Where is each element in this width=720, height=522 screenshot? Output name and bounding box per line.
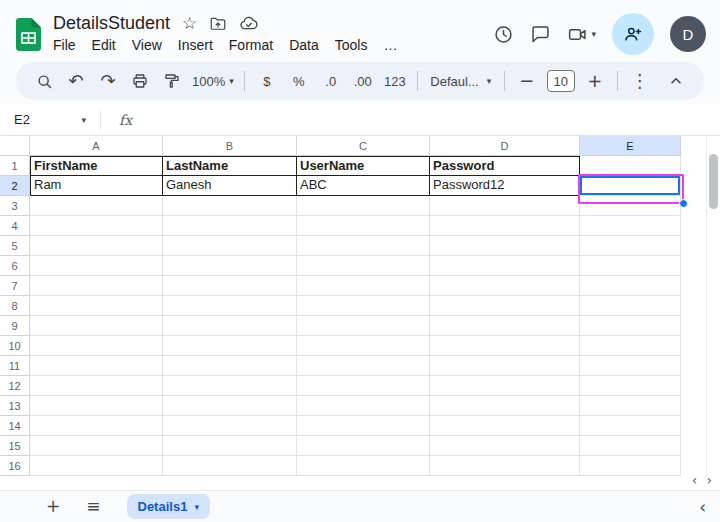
cell-A15[interactable] bbox=[30, 436, 163, 456]
cell-C7[interactable] bbox=[297, 276, 430, 296]
menu-view[interactable]: View bbox=[124, 35, 170, 55]
print-button[interactable] bbox=[124, 68, 156, 94]
cell-B13[interactable] bbox=[163, 396, 297, 416]
menu-tools[interactable]: Tools bbox=[327, 35, 376, 55]
currency-format-button[interactable]: $ bbox=[251, 68, 283, 94]
cell-B11[interactable] bbox=[163, 356, 297, 376]
cell-C12[interactable] bbox=[297, 376, 430, 396]
cell-D16[interactable] bbox=[430, 456, 580, 476]
cell-C9[interactable] bbox=[297, 316, 430, 336]
cell-D1[interactable]: Password bbox=[430, 156, 580, 176]
increase-font-size-button[interactable]: + bbox=[579, 68, 611, 94]
undo-button[interactable]: ↶ bbox=[60, 68, 92, 94]
cell-C3[interactable] bbox=[297, 196, 430, 216]
cell-E16[interactable] bbox=[580, 456, 681, 476]
cell-A11[interactable] bbox=[30, 356, 163, 376]
cell-D10[interactable] bbox=[430, 336, 580, 356]
cell-E14[interactable] bbox=[580, 416, 681, 436]
cell-D12[interactable] bbox=[430, 376, 580, 396]
column-header-B[interactable]: B bbox=[163, 136, 297, 156]
scroll-left-icon[interactable]: ‹ bbox=[692, 473, 698, 487]
document-title[interactable]: DetailsStudent bbox=[53, 13, 170, 34]
cell-C14[interactable] bbox=[297, 416, 430, 436]
move-folder-icon[interactable] bbox=[209, 15, 227, 33]
cell-E11[interactable] bbox=[580, 356, 681, 376]
cell-A4[interactable] bbox=[30, 216, 163, 236]
cell-A13[interactable] bbox=[30, 396, 163, 416]
meet-camera-control[interactable]: ▾ bbox=[567, 24, 596, 45]
cell-E13[interactable] bbox=[580, 396, 681, 416]
cell-D4[interactable] bbox=[430, 216, 580, 236]
row-header-8[interactable]: 8 bbox=[0, 296, 30, 316]
version-history-icon[interactable] bbox=[493, 24, 514, 45]
menu-format[interactable]: Format bbox=[221, 35, 281, 55]
cell-D14[interactable] bbox=[430, 416, 580, 436]
cell-E3[interactable] bbox=[580, 196, 681, 216]
row-header-4[interactable]: 4 bbox=[0, 216, 30, 236]
cell-C6[interactable] bbox=[297, 256, 430, 276]
cell-E8[interactable] bbox=[580, 296, 681, 316]
cell-C11[interactable] bbox=[297, 356, 430, 376]
row-header-11[interactable]: 11 bbox=[0, 356, 30, 376]
cloud-status-icon[interactable] bbox=[239, 14, 259, 34]
row-header-2[interactable]: 2 bbox=[0, 176, 30, 196]
column-header-E[interactable]: E bbox=[580, 136, 681, 156]
column-header-D[interactable]: D bbox=[430, 136, 580, 156]
cell-B10[interactable] bbox=[163, 336, 297, 356]
paint-format-button[interactable] bbox=[156, 68, 188, 94]
cell-A8[interactable] bbox=[30, 296, 163, 316]
cell-C16[interactable] bbox=[297, 456, 430, 476]
cell-B3[interactable] bbox=[163, 196, 297, 216]
cell-E7[interactable] bbox=[580, 276, 681, 296]
search-icon[interactable] bbox=[28, 68, 60, 94]
row-header-15[interactable]: 15 bbox=[0, 436, 30, 456]
row-header-14[interactable]: 14 bbox=[0, 416, 30, 436]
row-header-1[interactable]: 1 bbox=[0, 156, 30, 176]
cell-A6[interactable] bbox=[30, 256, 163, 276]
comment-icon[interactable] bbox=[530, 24, 551, 45]
cell-B16[interactable] bbox=[163, 456, 297, 476]
row-header-6[interactable]: 6 bbox=[0, 256, 30, 276]
sheet-tab-details1[interactable]: Details1 ▾ bbox=[127, 494, 210, 519]
cell-E5[interactable] bbox=[580, 236, 681, 256]
cell-D8[interactable] bbox=[430, 296, 580, 316]
formula-input[interactable] bbox=[146, 104, 720, 135]
share-button[interactable] bbox=[612, 13, 654, 55]
cell-B4[interactable] bbox=[163, 216, 297, 236]
cell-C13[interactable] bbox=[297, 396, 430, 416]
row-header-12[interactable]: 12 bbox=[0, 376, 30, 396]
redo-button[interactable]: ↷ bbox=[92, 68, 124, 94]
cell-E6[interactable] bbox=[580, 256, 681, 276]
star-icon[interactable]: ☆ bbox=[182, 15, 197, 32]
cell-C10[interactable] bbox=[297, 336, 430, 356]
increase-decimal-button[interactable]: .00 bbox=[347, 68, 379, 94]
cell-A5[interactable] bbox=[30, 236, 163, 256]
row-header-7[interactable]: 7 bbox=[0, 276, 30, 296]
row-header-3[interactable]: 3 bbox=[0, 196, 30, 216]
column-header-A[interactable]: A bbox=[30, 136, 163, 156]
sheets-logo-icon[interactable] bbox=[16, 18, 41, 51]
cell-E4[interactable] bbox=[580, 216, 681, 236]
cell-A3[interactable] bbox=[30, 196, 163, 216]
decrease-decimal-button[interactable]: .0 bbox=[315, 68, 347, 94]
cell-D13[interactable] bbox=[430, 396, 580, 416]
decrease-font-size-button[interactable]: − bbox=[511, 68, 543, 94]
cell-D3[interactable] bbox=[430, 196, 580, 216]
cell-B8[interactable] bbox=[163, 296, 297, 316]
fill-handle[interactable] bbox=[679, 199, 688, 208]
cell-B2[interactable]: Ganesh bbox=[163, 176, 297, 196]
cell-A14[interactable] bbox=[30, 416, 163, 436]
cell-C8[interactable] bbox=[297, 296, 430, 316]
cell-A10[interactable] bbox=[30, 336, 163, 356]
column-header-C[interactable]: C bbox=[297, 136, 430, 156]
row-header-13[interactable]: 13 bbox=[0, 396, 30, 416]
scroll-right-icon[interactable]: › bbox=[706, 473, 712, 487]
vertical-scrollbar[interactable] bbox=[706, 136, 720, 477]
menu-insert[interactable]: Insert bbox=[170, 35, 221, 55]
cell-C2[interactable]: ABC bbox=[297, 176, 430, 196]
number-format-button[interactable]: 123 bbox=[379, 68, 411, 94]
row-header-10[interactable]: 10 bbox=[0, 336, 30, 356]
cell-E12[interactable] bbox=[580, 376, 681, 396]
cell-A9[interactable] bbox=[30, 316, 163, 336]
menu-data[interactable]: Data bbox=[281, 35, 327, 55]
